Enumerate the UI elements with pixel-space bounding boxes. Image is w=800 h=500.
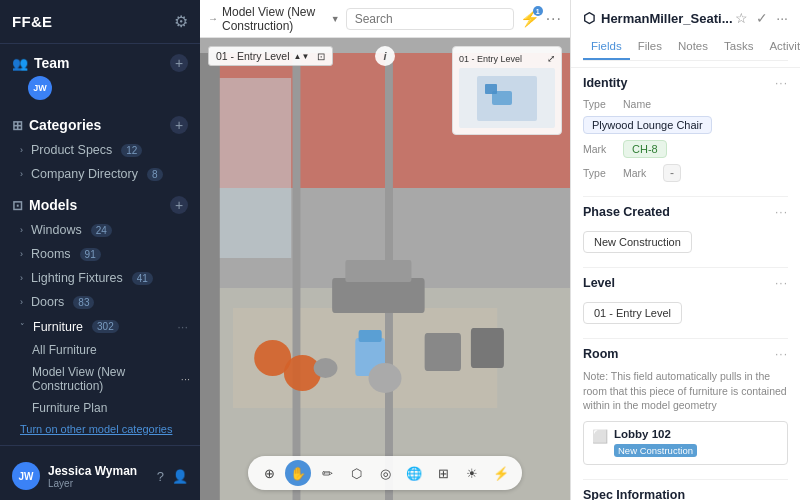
scene-container: 01 - Entry Level ▲▼ ⊡ i 01 - Entry Level… — [200, 38, 570, 500]
star-icon[interactable]: ☆ — [735, 10, 748, 26]
item-title: ⬡ HermanMiller_Seati... — [583, 10, 733, 26]
rooms-label: Rooms — [31, 247, 71, 261]
team-section-title: 👥 Team — [12, 55, 70, 71]
tab-activity[interactable]: Activity — [761, 34, 800, 60]
svg-rect-9 — [332, 278, 425, 313]
scene-tool-lightning[interactable]: ⚡ — [488, 460, 514, 486]
add-categories-button[interactable]: + — [170, 116, 188, 134]
user-info: JW Jessica Wyman Layer — [12, 462, 137, 490]
tab-fields[interactable]: Fields — [583, 34, 630, 60]
level-label: 01 - Entry Level — [216, 50, 290, 62]
identity-mark-row: Mark CH-8 — [583, 140, 788, 158]
search-input[interactable] — [346, 8, 514, 30]
settings-icon[interactable]: ⚙ — [174, 12, 188, 31]
identity-section-header: Identity ··· — [583, 76, 788, 90]
phase-more-button[interactable]: ··· — [775, 205, 788, 219]
doors-badge: 83 — [73, 296, 94, 309]
user-company: Layer — [48, 478, 137, 489]
turn-on-categories-link[interactable]: Turn on other model categories — [0, 419, 200, 439]
level-more-button[interactable]: ··· — [775, 276, 788, 290]
rooms-badge: 91 — [80, 248, 101, 261]
sidebar-item-rooms[interactable]: › Rooms 91 — [0, 242, 200, 266]
scene-tool-pan[interactable]: ✋ — [285, 460, 311, 486]
divider-1 — [583, 196, 788, 197]
model-view-breadcrumb[interactable]: → Model View (New Construction) ▼ — [208, 5, 340, 33]
minimap-expand-icon[interactable]: ⤢ — [547, 53, 555, 64]
sidebar-item-product-specs[interactable]: › Product Specs 12 — [0, 138, 200, 162]
phase-section: Phase Created ··· New Construction — [583, 205, 788, 253]
tab-notes[interactable]: Notes — [670, 34, 716, 60]
svg-rect-16 — [471, 328, 504, 368]
sidebar-item-doors[interactable]: › Doors 83 — [0, 290, 200, 314]
company-directory-badge: 8 — [147, 168, 163, 181]
tab-files[interactable]: Files — [630, 34, 670, 60]
minimap-inner — [477, 76, 537, 121]
filter-button[interactable]: ⚡ 1 — [520, 9, 540, 28]
minimap-overlay: 01 - Entry Level ⤢ — [452, 46, 562, 135]
identity-more-button[interactable]: ··· — [775, 76, 788, 90]
scene-tool-edit[interactable]: ✏ — [314, 460, 340, 486]
user-avatar: JW — [12, 462, 40, 490]
scene-tool-grid[interactable]: ⊞ — [430, 460, 456, 486]
svg-point-18 — [314, 358, 338, 378]
tab-tasks[interactable]: Tasks — [716, 34, 761, 60]
models-label: Models — [29, 197, 77, 213]
scene-tool-sun[interactable]: ☀ — [459, 460, 485, 486]
add-team-button[interactable]: + — [170, 54, 188, 72]
sidebar-sub-furniture-plan[interactable]: Furniture Plan — [0, 397, 200, 419]
room-more-button[interactable]: ··· — [775, 347, 788, 361]
team-section-header: 👥 Team + — [0, 44, 200, 76]
model-view-more[interactable]: ··· — [181, 373, 190, 385]
categories-label: Categories — [29, 117, 101, 133]
sidebar-item-lighting-fixtures[interactable]: › Lighting Fixtures 41 — [0, 266, 200, 290]
divider-2 — [583, 267, 788, 268]
furniture-more-button[interactable]: ··· — [177, 319, 188, 334]
scene-tool-globe[interactable]: 🌐 — [401, 460, 427, 486]
check-icon[interactable]: ✓ — [756, 10, 768, 26]
scene-tool-measure[interactable]: ◎ — [372, 460, 398, 486]
identity-title: Identity — [583, 76, 627, 90]
chevron-icon: › — [20, 145, 23, 155]
sidebar-item-furniture[interactable]: ˅ Furniture 302 ··· — [0, 314, 200, 339]
help-icon[interactable]: ? — [157, 469, 164, 484]
sidebar-item-windows[interactable]: › Windows 24 — [0, 218, 200, 242]
room-title: Room — [583, 347, 618, 361]
product-specs-badge: 12 — [121, 144, 142, 157]
mark2-label: Mark — [623, 167, 657, 179]
sidebar-sub-all-furniture[interactable]: All Furniture — [0, 339, 200, 361]
model-view-label: Model View (New Construction) — [32, 365, 181, 393]
user-name: Jessica Wyman — [48, 464, 137, 478]
sidebar-content: 👥 Team + JW ⊞ Categories + › Product Spe… — [0, 44, 200, 445]
mark2-value-chip: - — [663, 164, 681, 182]
svg-rect-14 — [359, 330, 382, 342]
identity-type2-row: Type Mark - — [583, 164, 788, 182]
sidebar-item-company-directory[interactable]: › Company Directory 8 — [0, 162, 200, 186]
add-models-button[interactable]: + — [170, 196, 188, 214]
toolbar-more-button[interactable]: ··· — [546, 10, 562, 28]
type-value-chip: Plywood Lounge Chair — [583, 116, 712, 134]
type2-label: Type — [583, 167, 617, 179]
sidebar-sub-model-view[interactable]: Model View (New Construction) ··· — [0, 361, 200, 397]
furniture-label: Furniture — [33, 320, 83, 334]
info-badge[interactable]: i — [375, 46, 395, 66]
team-manage-icon[interactable]: 👤 — [172, 469, 188, 484]
categories-section-title: ⊞ Categories — [12, 117, 101, 133]
app-title: FF&E — [12, 13, 52, 30]
name-label: Name — [623, 98, 657, 110]
scene-tool-model[interactable]: ⬡ — [343, 460, 369, 486]
room-name: Lobby 102 — [614, 428, 697, 440]
mark-value-chip: CH-8 — [623, 140, 667, 158]
new-construction-badge: New Construction — [614, 444, 697, 457]
right-panel-tabs: Fields Files Notes Tasks Activity — [583, 34, 788, 61]
minimap — [459, 68, 555, 128]
product-specs-label: Product Specs — [31, 143, 112, 157]
more-options-icon[interactable]: ··· — [776, 10, 788, 26]
level-chevron-icon: ▲▼ — [294, 52, 310, 61]
back-arrow-icon: → — [208, 13, 218, 24]
right-panel-content: Identity ··· Type Name Plywood Lounge Ch… — [571, 68, 800, 500]
level-dropdown[interactable]: 01 - Entry Level ▲▼ ⊡ — [208, 46, 333, 66]
windows-label: Windows — [31, 223, 82, 237]
room-chip-info: Lobby 102 New Construction — [614, 428, 697, 458]
level-section-title: Level — [583, 276, 615, 290]
scene-tool-zoom[interactable]: ⊕ — [256, 460, 282, 486]
